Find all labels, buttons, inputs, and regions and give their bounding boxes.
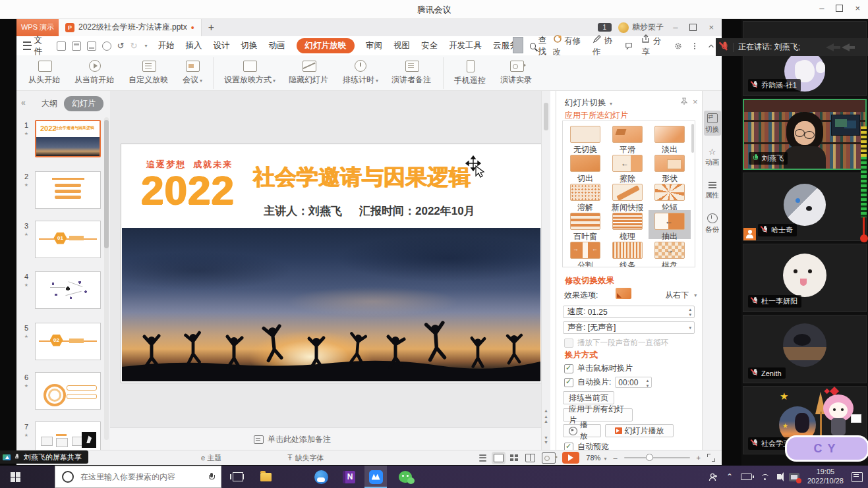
share-indicator-icon[interactable] bbox=[789, 473, 799, 481]
participant-tile-speaking[interactable]: 刘燕飞 bbox=[743, 99, 867, 170]
menu-item[interactable]: 安全 bbox=[421, 40, 438, 51]
slideshow-play-icon[interactable] bbox=[562, 452, 579, 464]
qat-caret-icon[interactable]: ▾ bbox=[144, 43, 147, 49]
panel-side-tab[interactable]: ☆ 动画 bbox=[704, 145, 721, 169]
wps-restore-button[interactable] bbox=[689, 24, 697, 31]
wps-close-button[interactable]: × bbox=[709, 22, 714, 32]
menu-item[interactable]: 视图 bbox=[393, 40, 410, 51]
slide-4-thumbnail[interactable] bbox=[35, 271, 101, 309]
participant-tile[interactable]: 乔韵涵-社1 bbox=[743, 21, 867, 96]
action-center-icon[interactable] bbox=[852, 472, 863, 482]
canvas-scrollbar[interactable]: ▲ ▲▲ ▼▼ bbox=[541, 91, 550, 450]
menu-item[interactable]: 审阅 bbox=[366, 40, 382, 51]
ribbon-item[interactable]: 手机遥控 bbox=[448, 57, 494, 89]
current-slide[interactable]: 追逐梦想 成就未来 2022 社会学邀请与因果逻辑 主讲人：刘燕飞 汇报时间：2… bbox=[121, 144, 542, 383]
transition-effect[interactable]: 线条 bbox=[606, 239, 649, 267]
notes-toggle-icon[interactable] bbox=[480, 454, 486, 461]
loop-sound-checkbox[interactable] bbox=[564, 339, 573, 348]
ribbon-item[interactable]: 隐藏幻灯片 bbox=[282, 57, 336, 89]
effect-option-value[interactable]: 从右下 bbox=[665, 290, 689, 301]
speed-input[interactable]: 速度: 01.25 ▴▾ bbox=[563, 306, 695, 318]
ribbon-item[interactable]: 从头开始 bbox=[22, 57, 68, 89]
ribbon-item[interactable]: 演讲者备注 bbox=[385, 57, 444, 89]
start-button[interactable] bbox=[0, 466, 30, 488]
tab-outline[interactable]: 大纲 bbox=[42, 98, 57, 109]
ribbon-item[interactable]: 排练计时▾ bbox=[336, 57, 385, 89]
transition-effect[interactable]: 棋盘 bbox=[649, 239, 691, 267]
file-explorer-button[interactable] bbox=[254, 466, 277, 488]
find-button[interactable]: 查找 bbox=[530, 35, 553, 57]
scroll-up-icon[interactable]: ▲ bbox=[542, 408, 550, 413]
collab-button[interactable]: 协作 bbox=[593, 34, 617, 58]
slide-2-thumbnail[interactable] bbox=[35, 171, 101, 209]
missing-font-warning[interactable]: 缺失字体 bbox=[287, 453, 324, 463]
auto-advance-time-input[interactable]: 00:00 ▴▾ bbox=[615, 377, 652, 388]
transition-effect[interactable]: 淡出 bbox=[649, 123, 691, 152]
redo-icon[interactable]: ↻ bbox=[130, 41, 138, 51]
notes-bar[interactable]: 单击此处添加备注 bbox=[110, 427, 542, 450]
transition-effect[interactable]: 轮辐 bbox=[649, 181, 691, 210]
slide-sorter-icon[interactable] bbox=[510, 454, 519, 462]
slide-1-thumbnail[interactable]: 2022 社会学邀请与因果逻辑 bbox=[35, 120, 101, 157]
sound-select[interactable]: 声音: [无声音] ▾ bbox=[563, 321, 695, 334]
zoom-level[interactable]: 78% ▾ bbox=[586, 454, 606, 462]
gear-icon[interactable] bbox=[674, 41, 682, 51]
menu-item[interactable]: 云服务 bbox=[493, 40, 518, 51]
normal-view-icon[interactable] bbox=[494, 454, 504, 462]
share-button[interactable]: 分享 bbox=[641, 34, 666, 58]
minimize-button[interactable]: – bbox=[819, 3, 824, 13]
panel-side-tab[interactable]: 切换 bbox=[704, 111, 721, 136]
prev-slide-icon[interactable]: ▲▲ bbox=[542, 414, 550, 423]
menu-item[interactable]: 切换 bbox=[241, 40, 258, 51]
next-slide-icon[interactable]: ▼▼ bbox=[542, 435, 550, 445]
menu-item[interactable]: 动画 bbox=[269, 40, 285, 51]
document-tab[interactable]: P 2022级社会学班-方法讲座.pptx • bbox=[59, 18, 202, 36]
rehearse-button[interactable]: 排练当前页 bbox=[563, 391, 614, 404]
wps-app-button[interactable]: WPS 演示 bbox=[16, 18, 59, 36]
preview-icon[interactable] bbox=[102, 41, 111, 51]
scrollbar-thumb[interactable] bbox=[544, 103, 548, 130]
panel-close-icon[interactable]: × bbox=[693, 97, 698, 107]
collapse-ribbon-icon[interactable] bbox=[707, 41, 715, 51]
sound-caret-icon[interactable]: ▾ bbox=[689, 325, 691, 331]
account-chip[interactable]: 糖炒栗子 bbox=[618, 22, 664, 33]
slide-3-thumbnail[interactable]: 01 bbox=[35, 221, 101, 258]
battery-icon[interactable] bbox=[741, 474, 752, 480]
participant-tile[interactable]: 哈士奇 bbox=[743, 173, 867, 241]
zoom-slider-knob[interactable] bbox=[646, 454, 653, 461]
transition-effect[interactable]: 分割 bbox=[564, 239, 606, 267]
zoom-slider[interactable] bbox=[624, 457, 690, 458]
pin-icon[interactable] bbox=[680, 97, 688, 105]
transition-effect[interactable]: 梳理 bbox=[606, 210, 649, 239]
effect-direction-icon[interactable] bbox=[616, 288, 631, 299]
reading-view-icon[interactable] bbox=[525, 454, 535, 462]
browser-button[interactable] bbox=[310, 466, 332, 488]
speed-spinner[interactable]: ▴▾ bbox=[689, 307, 691, 317]
zoom-out-button[interactable]: – bbox=[613, 454, 617, 462]
zoom-in-button[interactable]: + bbox=[697, 454, 701, 462]
effect-option-caret-icon[interactable]: ▾ bbox=[694, 292, 697, 298]
taskbar-search[interactable] bbox=[55, 466, 221, 488]
modified-status[interactable]: 有修改 bbox=[553, 34, 584, 58]
panel-side-tab[interactable]: 属性 bbox=[704, 178, 721, 202]
comment-icon[interactable] bbox=[625, 41, 633, 51]
slide-7-thumbnail[interactable] bbox=[35, 421, 101, 450]
collapse-panel-button[interactable]: « bbox=[21, 98, 26, 107]
transition-effect[interactable]: 百叶窗 bbox=[564, 210, 606, 239]
menu-item[interactable]: 插入 bbox=[186, 40, 202, 51]
transition-effect[interactable]: 溶解 bbox=[564, 181, 606, 210]
speaker-icon[interactable] bbox=[777, 474, 781, 479]
tencent-meeting-button[interactable] bbox=[364, 466, 387, 488]
tray-expand-icon[interactable]: ⌃ bbox=[726, 472, 733, 481]
participant-tile[interactable]: 杜一李妍阳 bbox=[743, 244, 867, 312]
play-button[interactable]: 播放 bbox=[563, 424, 601, 437]
task-view-button[interactable] bbox=[227, 466, 249, 488]
apply-all-button[interactable]: 应用于所有幻灯片 bbox=[563, 408, 633, 421]
transition-effect[interactable]: 新闻快报 bbox=[606, 181, 649, 210]
onenote-button[interactable]: N bbox=[337, 466, 360, 488]
more-dots-icon[interactable] bbox=[691, 41, 699, 51]
transition-effect[interactable]: 无切换 bbox=[564, 123, 606, 152]
slide-5-thumbnail[interactable]: 02 bbox=[35, 323, 101, 360]
wechat-button[interactable] bbox=[394, 466, 417, 488]
slide-6-thumbnail[interactable] bbox=[35, 372, 101, 410]
